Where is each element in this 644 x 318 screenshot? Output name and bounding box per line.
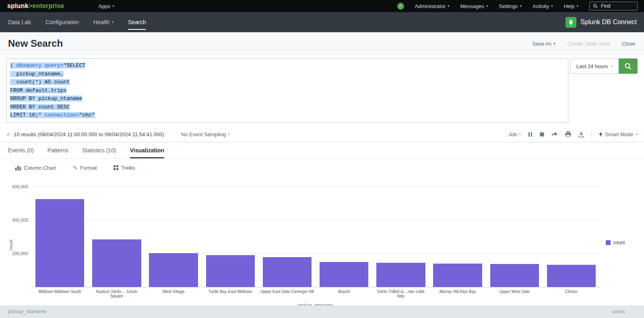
bar-slot [88,182,145,287]
tab-statistics[interactable]: Statistics (10) [82,142,116,158]
find-search-box[interactable] [589,2,638,10]
messages-menu[interactable]: Messages ▾ [460,3,488,9]
chart-type-label: Column Chart [24,165,56,171]
chart-bar-7[interactable] [376,263,425,287]
bar-slot [202,182,259,287]
x-tick-label: Upper East Side-Carnegie Hill [259,289,316,298]
chart-bar-8[interactable] [433,264,482,287]
legend-swatch [606,240,611,245]
statistics-table-header: pickup_ntaname count [0,306,644,318]
query-line: GROUP BY pickup_ntaname [10,95,565,103]
pause-button[interactable] [528,132,533,137]
event-sampling-menu[interactable]: No Event Sampling ▾ [181,131,230,137]
tab-label: Patterns [47,147,68,154]
chevron-down-icon: ▾ [636,133,638,136]
run-search-button[interactable] [619,58,638,74]
search-icon [593,4,598,8]
health-status-icon[interactable]: ✓ [397,3,404,10]
job-status-bar: ✓ 10 results (08/04/2024 11:00:00.000 to… [0,127,644,142]
search-mode-menu[interactable]: Smart Mode ▾ [599,131,638,137]
format-button[interactable]: ✎ Format [73,165,97,171]
job-menu[interactable]: Job ▾ [508,131,521,137]
print-button[interactable] [565,131,571,137]
search-query-input[interactable]: | dbxquery query="SELECT pickup_ntaname,… [6,58,568,123]
create-table-view-label: Create Table View [568,41,610,47]
chevron-down-icon: ▾ [112,21,114,24]
column-header-pickup-ntaname[interactable]: pickup_ntaname [8,308,46,314]
tab-events[interactable]: Events (0) [8,142,34,158]
appbar-nav: Data LabConfigurationHealth▾Search [0,12,153,32]
appbar-item-data-lab[interactable]: Data Lab [1,12,38,32]
splunk-logo[interactable]: splunk>enterprise [0,2,64,10]
x-tick-label: Upper West Side [486,289,543,298]
activity-label: Activity [533,3,549,9]
tab-label: Visualization [130,147,164,154]
bar-slot [429,182,486,287]
job-label: Job [508,131,517,137]
create-table-view-button[interactable]: Create Table View [568,41,610,47]
help-menu[interactable]: Help ▾ [564,3,578,9]
close-label: Close [622,41,635,47]
chart-legend[interactable]: count [606,240,625,245]
export-button[interactable] [578,131,584,137]
close-button[interactable]: Close [622,41,635,47]
column-header-count[interactable]: count [612,308,625,314]
x-tick-label: Hudson Yards-...-Union Square [88,289,145,298]
time-range-label: Last 24 hours [576,63,608,69]
results-tabs: Events (0)PatternsStatistics (10)Visuali… [0,142,644,159]
x-tick-label: Turtle Bay-East Midtown [202,289,259,298]
x-tick-label: Midtown-Midtown South [31,289,88,298]
apps-menu[interactable]: Apps ▾ [99,3,114,9]
save-as-button[interactable]: Save As ▾ [532,41,555,47]
stop-button[interactable] [540,132,544,137]
chevron-down-icon: ▾ [519,133,521,136]
stop-icon [540,132,544,137]
query-line: | dbxquery query="SELECT [10,62,565,70]
settings-menu[interactable]: Settings ▾ [499,3,522,9]
success-check-icon: ✓ [6,131,11,137]
bars-row [31,182,600,287]
query-line: ORDER BY count DESC [10,103,565,112]
chart-bar-6[interactable] [320,262,368,287]
time-range-picker[interactable]: Last 24 hours ▾ [570,58,619,74]
administrator-menu[interactable]: Administrator ▾ [415,3,450,9]
smart-mode-bolt-icon [599,131,603,137]
appbar-item-search[interactable]: Search [121,12,153,32]
legend-label: count [613,240,625,245]
results-summary: 10 results (08/04/2024 11:00:00.000 to 0… [14,131,164,137]
bar-slot [372,182,429,287]
print-icon [565,131,571,137]
chart-bar-2[interactable] [92,239,141,287]
topbar-right: ✓ Administrator ▾ Messages ▾ Settings ▾ … [397,2,644,10]
x-tick-label: Clinton [543,289,600,298]
chart-bar-9[interactable] [490,264,539,287]
plot-area: 200,000400,000600,000 [31,182,600,287]
search-icon [624,62,632,70]
chart-bar-4[interactable] [206,255,255,287]
chart-bar-3[interactable] [149,253,198,287]
tab-label: Statistics (10) [82,147,116,154]
chart-bar-1[interactable] [35,199,84,287]
activity-menu[interactable]: Activity ▾ [533,3,553,9]
chart-type-button[interactable]: Column Chart [15,165,56,171]
app-identity[interactable]: Splunk DB Connect [566,17,644,28]
share-button[interactable] [551,131,558,137]
tab-patterns[interactable]: Patterns [47,142,68,158]
trellis-button[interactable]: Trellis [114,165,135,171]
x-tick-label: Murray Hill-Kips Bay [429,289,486,298]
bar-slot [316,182,372,287]
chart-bar-5[interactable] [263,257,312,287]
page-title: New Search [0,38,63,49]
chart-bar-10[interactable] [547,265,596,287]
appbar-item-configuration[interactable]: Configuration [38,12,86,32]
find-input[interactable] [600,3,632,9]
x-labels-row: Midtown-Midtown SouthHudson Yards-...-Un… [31,289,600,298]
query-line: LIMIT 10;" connection="chc" [10,111,565,120]
appbar-item-health[interactable]: Health▾ [86,12,121,32]
page-header: New Search Save As ▾ Create Table View C… [0,32,644,55]
app-name-label: Splunk DB Connect [580,19,637,26]
header-actions: Save As ▾ Create Table View Close [532,41,644,47]
tab-visualization[interactable]: Visualization [130,142,164,158]
query-line: count(*) AS count [10,78,565,87]
divider [591,130,592,138]
